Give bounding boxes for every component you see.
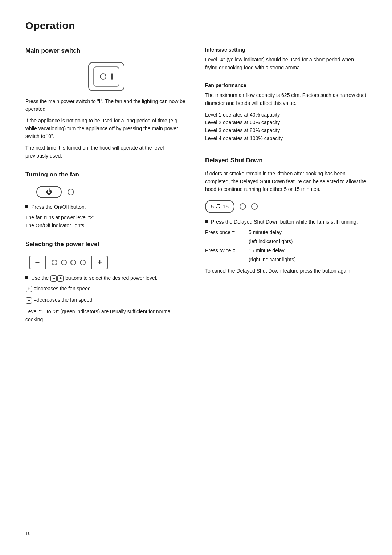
bullet-square-icon (25, 205, 28, 208)
level-sufficiency-text: Level "1" to "3" (green indicators) are … (25, 308, 187, 323)
power-level-bullet: Use the −+ buttons to select the desired… (25, 274, 187, 282)
main-power-switch-title: Main power switch (25, 46, 187, 56)
switch-inner (93, 66, 119, 87)
press-once-value: 5 minute delay (249, 229, 282, 236)
pl-plus-symbol: + (91, 256, 107, 269)
main-power-para-1: Press the main power switch to "I". The … (25, 98, 187, 113)
fan-performance-levels: Level 1 operates at 40% capacity Level 2… (205, 111, 367, 143)
press-table: Press once = 5 minute delay (left indica… (205, 229, 367, 264)
delayed-shut-down-title: Delayed Shut Down (205, 156, 367, 165)
delayed-shut-down-section: Delayed Shut Down If odors or smoke rema… (205, 156, 367, 275)
pl-circles (46, 260, 91, 265)
delayed-indicator-2 (251, 203, 258, 210)
power-level-bullet-text: Use the −+ buttons to select the desired… (31, 274, 158, 282)
intensive-setting-section: Intensive setting Level "4" (yellow indi… (205, 46, 367, 72)
delayed-timer-icon: ⏱ (215, 202, 221, 211)
press-twice-sub: (right indicator lights) (249, 256, 367, 264)
plus-icon-label: + (26, 286, 32, 292)
delayed-intro: If odors or smoke remain in the kitchen … (205, 170, 367, 193)
main-power-para-2: If the appliance is not going to be used… (25, 117, 187, 140)
power-level-widget: − + (29, 256, 108, 269)
switch-outer (88, 62, 124, 91)
onoff-power-symbol: ⏻ (46, 188, 52, 196)
intensive-setting-title: Intensive setting (205, 46, 367, 54)
title-divider (25, 36, 367, 36)
plus-button-icon: + (57, 275, 64, 282)
pl-minus-symbol: − (30, 256, 46, 269)
press-once-row: Press once = 5 minute delay (205, 229, 367, 236)
bullet-square-icon-3 (205, 220, 208, 223)
fan-performance-para-1: The maximum air flow capacity is 625 cfm… (205, 91, 367, 107)
selecting-power-title: Selecting the power level (25, 240, 187, 249)
switch-o-symbol (100, 73, 106, 80)
power-level-control-icon: − + (29, 256, 187, 269)
press-once-label: Press once = (205, 229, 249, 236)
press-twice-label: Press twice = (205, 247, 249, 254)
onoff-indicator (68, 189, 74, 195)
fan-performance-title: Fan performance (205, 82, 367, 89)
minus-button-icon: − (50, 275, 57, 282)
press-once-sub: (left indicator lights) (249, 238, 367, 245)
delayed-bullet: Press the Delayed Shut Down button while… (205, 218, 367, 226)
press-twice-value: 15 minute delay (249, 247, 285, 254)
left-column: Main power switch Press the main power s… (25, 46, 187, 334)
bullet-square-icon-2 (25, 276, 28, 279)
delayed-15-label: 15 (222, 203, 229, 211)
delayed-button-icon: 5 ⏱ 15 (205, 200, 367, 213)
plus-label: + =increases the fan speed (25, 285, 187, 293)
fan-level-text: The fan runs at power level "2".The On/O… (25, 214, 187, 229)
fan-performance-section: Fan performance The maximum air flow cap… (205, 82, 367, 142)
onoff-icon: ⏻ (36, 186, 187, 198)
right-column: Intensive setting Level "4" (yellow indi… (205, 46, 367, 334)
delayed-indicator-1 (240, 203, 246, 210)
minus-label: − =decreases the fan speed (25, 296, 187, 304)
page-number: 10 (25, 530, 30, 537)
delayed-5-label: 5 (211, 203, 214, 211)
main-power-para-3: The next time it is turned on, the hood … (25, 144, 187, 160)
delayed-button-widget: 5 ⏱ 15 (205, 200, 234, 213)
pl-circle-3 (70, 260, 76, 265)
turning-on-bullet: Press the On/Off button. (25, 203, 187, 211)
main-power-switch-section: Main power switch Press the main power s… (25, 46, 187, 160)
selecting-power-section: Selecting the power level − + Use the −+ (25, 240, 187, 323)
minus-icon-label: − (26, 297, 32, 304)
intensive-setting-text: Level "4" (yellow indicator) should be u… (205, 56, 367, 72)
turning-on-bullet-text: Press the On/Off button. (31, 203, 86, 211)
cancel-text: To cancel the Delayed Shut Down feature … (205, 267, 367, 275)
onoff-button-icon: ⏻ (36, 186, 62, 198)
switch-bar-symbol (111, 73, 113, 80)
delayed-bullet-text: Press the Delayed Shut Down button while… (211, 218, 358, 226)
pl-circle-2 (61, 260, 67, 265)
turning-on-fan-section: Turning on the fan ⏻ Press the On/Off bu… (25, 170, 187, 229)
pl-circle-4 (80, 260, 86, 265)
turning-on-fan-title: Turning on the fan (25, 170, 187, 179)
page-title: Operation (25, 18, 367, 33)
pl-circle-1 (52, 260, 57, 265)
press-twice-row: Press twice = 15 minute delay (205, 247, 367, 254)
power-switch-icon (25, 62, 187, 91)
